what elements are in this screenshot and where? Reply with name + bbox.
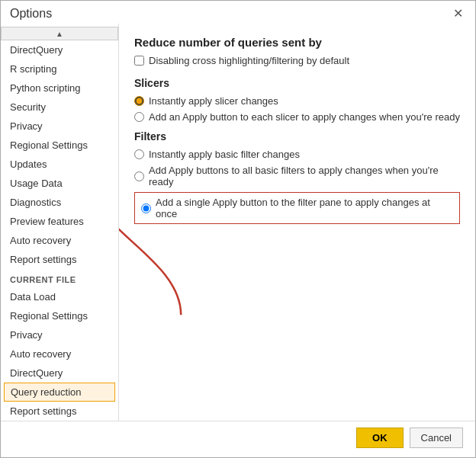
slicer-option2-radio[interactable] — [134, 112, 144, 122]
sidebar-item-privacy[interactable]: Privacy — [1, 325, 118, 344]
slicer-option2-label: Add an Apply button to each slicer to ap… — [149, 111, 460, 123]
filter-option2-radio[interactable] — [134, 171, 144, 181]
ok-button[interactable]: OK — [356, 428, 404, 448]
sidebar-item-query-reduction[interactable]: Query reduction — [4, 383, 115, 402]
scroll-up-button[interactable]: ▲ — [1, 27, 118, 40]
sidebar-item-preview-features[interactable]: Preview features — [1, 212, 118, 231]
sidebar: ▲ DirectQueryR scriptingPython scripting… — [1, 24, 119, 421]
sidebar-current-file-list: Data LoadRegional SettingsPrivacyAuto re… — [1, 287, 118, 421]
slicers-label: Slicers — [134, 77, 460, 89]
filter-option1-row: Instantly apply basic filter changes — [134, 149, 460, 160]
content-area: Reduce number of queries sent by Disabli… — [119, 24, 475, 421]
dialog-body: ▲ DirectQueryR scriptingPython scripting… — [1, 24, 475, 421]
sidebar-item-data-load[interactable]: Data Load — [1, 287, 118, 306]
cross-highlight-label: Disabling cross highlighting/filtering b… — [149, 55, 349, 66]
sidebar-global-list: DirectQueryR scriptingPython scriptingSe… — [1, 40, 118, 269]
sidebar-item-directquery[interactable]: DirectQuery — [1, 364, 118, 383]
slicer-option1-row: Instantly apply slicer changes — [134, 95, 460, 107]
sidebar-item-privacy[interactable]: Privacy — [1, 117, 118, 136]
sidebar-item-regional-settings[interactable]: Regional Settings — [1, 306, 118, 325]
sidebar-item-usage-data[interactable]: Usage Data — [1, 174, 118, 193]
sidebar-item-updates[interactable]: Updates — [1, 155, 118, 174]
cross-highlight-checkbox-row: Disabling cross highlighting/filtering b… — [134, 55, 460, 66]
titlebar: Options ✕ — [1, 1, 475, 24]
filter-option3-label: Add a single Apply button to the filter … — [156, 197, 453, 219]
slicer-option2-row: Add an Apply button to each slicer to ap… — [134, 111, 460, 123]
content-title: Reduce number of queries sent by — [134, 36, 460, 49]
cross-highlight-checkbox[interactable] — [134, 56, 144, 66]
filter-option3-highlighted-row: Add a single Apply button to the filter … — [134, 192, 460, 224]
sidebar-item-r-scripting[interactable]: R scripting — [1, 59, 118, 78]
slicer-option1-label: Instantly apply slicer changes — [149, 95, 278, 107]
filter-option2-row: Add Apply buttons to all basic filters t… — [134, 165, 460, 187]
sidebar-item-python-scripting[interactable]: Python scripting — [1, 78, 118, 98]
filter-option3-radio[interactable] — [141, 203, 151, 213]
slicer-option1-radio[interactable] — [134, 96, 144, 106]
dialog-footer: OK Cancel — [1, 421, 475, 457]
sidebar-item-diagnostics[interactable]: Diagnostics — [1, 193, 118, 212]
sidebar-item-report-settings[interactable]: Report settings — [1, 402, 118, 421]
sidebar-item-directquery[interactable]: DirectQuery — [1, 40, 118, 59]
filter-option1-label: Instantly apply basic filter changes — [149, 149, 300, 160]
cancel-button[interactable]: Cancel — [410, 428, 463, 448]
filter-option1-radio[interactable] — [134, 149, 144, 159]
filter-option2-label: Add Apply buttons to all basic filters t… — [149, 165, 460, 187]
filters-label: Filters — [134, 130, 460, 143]
options-dialog: Options ✕ ▲ DirectQueryR scriptingPython… — [0, 0, 476, 458]
dialog-title: Options — [10, 7, 52, 21]
sidebar-item-auto-recovery[interactable]: Auto recovery — [1, 344, 118, 364]
sidebar-item-security[interactable]: Security — [1, 98, 118, 117]
sidebar-item-report-settings[interactable]: Report settings — [1, 250, 118, 269]
close-button[interactable]: ✕ — [450, 8, 466, 20]
sidebar-section-label: CURRENT FILE — [1, 269, 118, 287]
sidebar-item-regional-settings[interactable]: Regional Settings — [1, 136, 118, 155]
sidebar-item-auto-recovery[interactable]: Auto recovery — [1, 231, 118, 250]
